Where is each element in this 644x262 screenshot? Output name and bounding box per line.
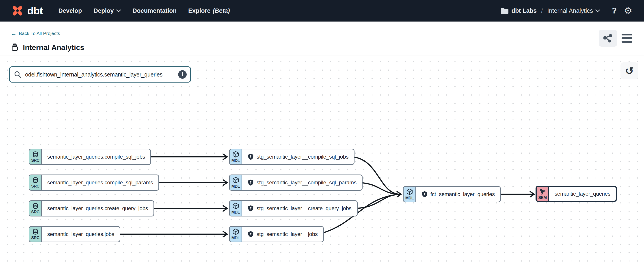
shield-icon xyxy=(248,153,254,160)
node-label: semantic_layer_queries.compile_sql_jobs xyxy=(42,149,150,164)
node-label: stg_semantic_layer__compile_sql_jobs xyxy=(242,149,354,164)
database-icon xyxy=(32,202,39,209)
node-type-label: SRC xyxy=(31,158,40,163)
chevron-down-icon xyxy=(595,10,600,12)
graph-node-source-compile-sql-jobs[interactable]: SRC semantic_layer_queries.compile_sql_j… xyxy=(29,149,151,165)
dbt-logo[interactable]: dbt xyxy=(10,4,43,18)
reset-view-icon: ↺ xyxy=(625,66,634,76)
breadcrumb-project-selector[interactable]: Internal Analytics xyxy=(547,8,600,14)
shield-icon xyxy=(248,205,254,212)
dbt-logo-text: dbt xyxy=(27,5,43,17)
semantic-model-icon xyxy=(539,188,546,195)
node-label: semantic_layer_queries xyxy=(549,187,616,201)
search-box[interactable]: odel.fishtown_internal_analytics.semanti… xyxy=(9,66,191,83)
node-name: semantic_layer_queries xyxy=(554,191,610,197)
graph-node-source-create-query-jobs[interactable]: SRC semantic_layer_queries.create_query_… xyxy=(29,200,154,216)
nav-item-explore[interactable]: Explore (Beta) xyxy=(188,8,230,14)
node-type-label: SRC xyxy=(31,235,40,240)
graph-node-stg-compile-sql-params[interactable]: MDL stg_semantic_layer__compile_sql_para… xyxy=(229,174,362,191)
shield-icon xyxy=(248,179,254,186)
breadcrumb-separator: / xyxy=(541,8,543,14)
help-icon[interactable]: ? xyxy=(612,6,617,16)
nav-item-develop[interactable]: Develop xyxy=(58,8,82,14)
node-name: stg_semantic_layer__compile_sql_jobs xyxy=(256,154,348,160)
database-icon xyxy=(32,177,39,183)
nav-item-deploy[interactable]: Deploy xyxy=(94,8,121,14)
node-type-label: MDL xyxy=(232,158,240,163)
node-label: fct_semantic_layer_queries xyxy=(416,187,500,202)
node-name: semantic_layer_queries.compile_sql_jobs xyxy=(47,154,145,160)
breadcrumb-org[interactable]: dbt Labs xyxy=(512,8,537,14)
node-type-badge: MDL xyxy=(404,187,416,202)
graph-node-fct-semantic-layer-queries[interactable]: MDL fct_semantic_layer_queries xyxy=(403,186,501,202)
lineage-icon xyxy=(603,34,613,43)
breadcrumb-project-label: Internal Analytics xyxy=(547,8,593,14)
back-link-label: Back To All Projects xyxy=(19,31,60,36)
page-title: Internal Analytics xyxy=(23,43,84,52)
cube-icon xyxy=(232,151,239,158)
node-type-badge: SEM xyxy=(537,187,549,201)
hamburger-bar xyxy=(622,34,632,36)
node-type-badge: MDL xyxy=(230,201,242,216)
node-type-badge: MDL xyxy=(230,175,242,190)
cube-icon xyxy=(232,176,239,184)
search-icon xyxy=(14,71,22,78)
cube-icon xyxy=(232,228,239,235)
node-name: semantic_layer_queries.compile_sql_param… xyxy=(47,179,153,186)
dbt-logo-icon xyxy=(10,4,25,18)
hamburger-menu-button[interactable] xyxy=(622,33,633,44)
info-icon[interactable]: i xyxy=(178,70,187,79)
node-type-badge: SRC xyxy=(29,227,42,241)
graph-node-stg-compile-sql-jobs[interactable]: MDL stg_semantic_layer__compile_sql_jobs xyxy=(229,149,354,165)
nav-item-label: Documentation xyxy=(133,8,177,14)
node-type-label: MDL xyxy=(405,196,414,200)
search-input[interactable]: odel.fishtown_internal_analytics.semanti… xyxy=(25,71,174,78)
graph-node-semantic-layer-queries[interactable]: SEM semantic_layer_queries xyxy=(536,186,617,202)
node-type-label: SRC xyxy=(31,210,40,214)
node-type-badge: MDL xyxy=(230,149,242,164)
node-name: stg_semantic_layer__create_query_jobs xyxy=(256,205,352,211)
top-navbar: dbt Develop Deploy Documentation Explore… xyxy=(0,0,644,22)
node-type-label: SRC xyxy=(31,184,40,189)
nav-item-label: Develop xyxy=(58,8,82,14)
node-type-label: MDL xyxy=(232,184,240,189)
page-header: ← Back To All Projects Internal Analytic… xyxy=(0,22,644,55)
database-icon xyxy=(32,228,39,235)
back-to-projects-link[interactable]: ← Back To All Projects xyxy=(11,31,60,36)
nav-item-label: Deploy xyxy=(94,8,114,14)
lineage-canvas: odel.fishtown_internal_analytics.semanti… xyxy=(0,55,644,261)
gear-icon[interactable]: ⚙ xyxy=(624,6,632,16)
reset-view-button[interactable]: ↺ xyxy=(620,62,638,79)
back-arrow-icon: ← xyxy=(11,31,16,36)
cube-icon xyxy=(406,188,413,195)
node-type-label: MDL xyxy=(232,210,240,215)
title-row: Internal Analytics xyxy=(10,43,84,52)
node-type-badge: SRC xyxy=(29,201,42,216)
graph-node-stg-jobs[interactable]: MDL stg_semantic_layer__jobs xyxy=(229,226,324,242)
nav-menu: Develop Deploy Documentation Explore (Be… xyxy=(58,8,230,14)
graph-node-source-jobs[interactable]: SRC semantic_layer_queries.jobs xyxy=(29,226,120,242)
node-label: stg_semantic_layer__compile_sql_params xyxy=(242,175,362,190)
edge-mdl3-fct xyxy=(353,194,400,208)
node-label: semantic_layer_queries.compile_sql_param… xyxy=(42,175,158,190)
node-name: fct_semantic_layer_queries xyxy=(430,191,495,197)
node-label: stg_semantic_layer__create_query_jobs xyxy=(242,201,357,216)
shield-icon xyxy=(422,191,428,198)
node-label: semantic_layer_queries.jobs xyxy=(42,227,120,241)
node-label: stg_semantic_layer__jobs xyxy=(242,227,323,241)
node-type-label: MDL xyxy=(232,236,240,240)
nav-item-label: Explore xyxy=(188,8,210,14)
node-name: stg_semantic_layer__jobs xyxy=(256,231,318,237)
cube-icon xyxy=(232,202,239,209)
chevron-down-icon xyxy=(116,10,121,12)
hamburger-bar xyxy=(622,37,632,39)
node-type-badge: MDL xyxy=(230,227,242,241)
graph-node-source-compile-sql-params[interactable]: SRC semantic_layer_queries.compile_sql_p… xyxy=(29,174,159,191)
lineage-view-button[interactable] xyxy=(599,30,617,47)
hamburger-bar xyxy=(622,41,632,43)
navbar-right: dbt Labs / Internal Analytics ? ⚙ xyxy=(500,6,632,16)
graph-node-stg-create-query-jobs[interactable]: MDL stg_semantic_layer__create_query_job… xyxy=(229,200,358,216)
nav-item-documentation[interactable]: Documentation xyxy=(133,8,177,14)
node-type-badge: SRC xyxy=(29,175,42,190)
node-name: semantic_layer_queries.jobs xyxy=(47,231,114,237)
